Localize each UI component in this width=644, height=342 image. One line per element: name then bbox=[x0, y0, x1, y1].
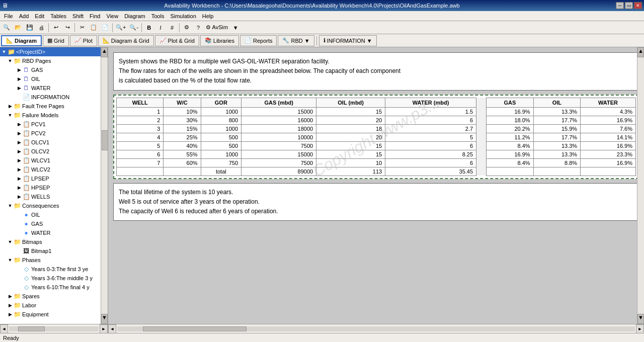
expand-equipment[interactable]: ▶ bbox=[7, 311, 13, 317]
tb-settings[interactable]: ⚙ bbox=[181, 22, 192, 33]
hscroll-right-sidebar[interactable]: ► bbox=[100, 324, 108, 333]
expand-failure[interactable]: ▼ bbox=[7, 112, 13, 118]
menu-file[interactable]: File bbox=[1, 13, 16, 20]
tb-undo[interactable]: ↩ bbox=[50, 22, 61, 33]
expand-olcv1[interactable]: ▶ bbox=[16, 139, 22, 145]
sidebar-item-project[interactable]: ▼ 📁 <ProjectID> bbox=[0, 47, 101, 56]
sidebar-scroll-up[interactable]: ▲ bbox=[101, 47, 108, 57]
hscroll-left-sidebar[interactable]: ◄ bbox=[0, 324, 8, 333]
tb-open[interactable]: 📂 bbox=[13, 22, 24, 33]
sidebar-scrollbar[interactable]: ▲ ▼ bbox=[101, 47, 108, 324]
expand-wells[interactable]: ▶ bbox=[16, 194, 22, 200]
sidebar-item-wells[interactable]: ▶ 📋 WELLS bbox=[0, 192, 101, 201]
sidebar-item-lpsep[interactable]: ▶ 📋 LPSEP bbox=[0, 174, 101, 183]
btn-libraries[interactable]: 📚 Libraries bbox=[200, 35, 239, 46]
btn-grid[interactable]: ▦ Grid bbox=[43, 35, 69, 46]
hscroll-left-content[interactable]: ◄ bbox=[108, 324, 116, 333]
expand-oil[interactable]: ▶ bbox=[16, 76, 22, 82]
tb-paste[interactable]: 📄 bbox=[100, 22, 111, 33]
menu-shift[interactable]: Shift bbox=[69, 13, 87, 20]
tb-save[interactable]: 💾 bbox=[24, 22, 35, 33]
expand-labor[interactable]: ▶ bbox=[7, 302, 13, 308]
sidebar-item-oil[interactable]: ▶ 🗒 OIL bbox=[0, 74, 101, 83]
sidebar-item-years3-6[interactable]: ◇ Years 3-6:The middle 3 y bbox=[0, 274, 101, 283]
hscroll-thumb-sidebar[interactable] bbox=[18, 326, 45, 331]
expand-water-con[interactable] bbox=[16, 230, 22, 236]
sidebar-scroll[interactable]: ▼ 📁 <ProjectID> ▼ 📁 RBD Pages ▶ 🗒 GAS ▶ … bbox=[0, 47, 108, 324]
menu-tools[interactable]: Tools bbox=[148, 13, 168, 20]
sidebar-item-olcv1[interactable]: ▶ 📋 OLCV1 bbox=[0, 138, 101, 147]
tb-copy[interactable]: 📋 bbox=[88, 22, 99, 33]
btn-information[interactable]: ℹ INFORMATION ▼ bbox=[319, 35, 377, 46]
expand-water[interactable]: ▶ bbox=[16, 85, 22, 91]
tb-cut[interactable]: ✂ bbox=[76, 22, 88, 33]
sidebar-item-oil-con[interactable]: ● OIL bbox=[0, 210, 101, 219]
sidebar-item-information[interactable]: 📄 INFORMATION bbox=[0, 93, 101, 102]
btn-reports[interactable]: 📄 Reports bbox=[240, 35, 277, 46]
expand-hpsep[interactable]: ▶ bbox=[16, 185, 22, 191]
sidebar-scroll-down[interactable]: ▼ bbox=[101, 314, 108, 324]
btn-diagram-grid[interactable]: 📐 Diagram & Grid bbox=[98, 35, 154, 46]
sidebar-item-olcv2[interactable]: ▶ 📋 OLCV2 bbox=[0, 147, 101, 156]
horizontal-scrollbar[interactable]: ◄ ► ◄ ► bbox=[0, 324, 644, 333]
sidebar-item-years6-10[interactable]: ◇ Years 6-10:The final 4 y bbox=[0, 283, 101, 292]
expand-wlcv2[interactable]: ▶ bbox=[16, 166, 22, 173]
expand-spares[interactable]: ▶ bbox=[7, 293, 13, 299]
sidebar-item-spares[interactable]: ▶ 📁 Spares bbox=[0, 292, 101, 301]
tb-zoom-in[interactable]: 🔍+ bbox=[114, 22, 127, 33]
btn-rbd[interactable]: 🔧 RBD ▼ bbox=[278, 35, 314, 46]
expand-oil-con[interactable] bbox=[16, 212, 22, 218]
expand-gas[interactable]: ▶ bbox=[16, 67, 22, 73]
expand-pcv1[interactable]: ▶ bbox=[16, 121, 22, 127]
expand-fault[interactable]: ▶ bbox=[7, 103, 13, 109]
expand-years3-6[interactable] bbox=[16, 275, 22, 281]
sidebar-item-pcv1[interactable]: ▶ 📋 PCV1 bbox=[0, 120, 101, 129]
sidebar-item-gas[interactable]: ▶ 🗒 GAS bbox=[0, 65, 101, 74]
expand-gas-con[interactable] bbox=[16, 221, 22, 227]
content-scroll-up[interactable]: ▲ bbox=[637, 47, 644, 57]
expand-lpsep[interactable]: ▶ bbox=[16, 176, 22, 182]
sidebar-item-phases[interactable]: ▼ 📁 Phases bbox=[0, 255, 101, 265]
menu-simulation[interactable]: Simulation bbox=[167, 13, 199, 20]
sidebar-item-gas-con[interactable]: ● GAS bbox=[0, 219, 101, 228]
restore-button[interactable]: ▭ bbox=[625, 2, 633, 9]
tb-help[interactable]: ? bbox=[193, 22, 204, 33]
sidebar-item-wlcv1[interactable]: ▶ 📋 WLCV1 bbox=[0, 156, 101, 165]
sidebar-item-wlcv2[interactable]: ▶ 📋 WLCV2 bbox=[0, 165, 101, 174]
sidebar-item-bitmaps[interactable]: ▼ 📁 Bitmaps bbox=[0, 237, 101, 246]
btn-diagram[interactable]: 📐 Diagram bbox=[1, 35, 42, 46]
sidebar-item-pcv2[interactable]: ▶ 📋 PCV2 bbox=[0, 129, 101, 138]
sidebar-item-rbd-pages[interactable]: ▼ 📁 RBD Pages bbox=[0, 56, 101, 65]
expand-consequences[interactable]: ▼ bbox=[7, 203, 13, 209]
expand-years6-10[interactable] bbox=[16, 284, 22, 290]
menu-add[interactable]: Add bbox=[16, 13, 32, 20]
sidebar-item-years0-3[interactable]: ◇ Years 0-3:The first 3 ye bbox=[0, 265, 101, 274]
tb-redo[interactable]: ↪ bbox=[62, 22, 73, 33]
minimize-button[interactable]: ─ bbox=[616, 2, 624, 9]
expand-info[interactable] bbox=[16, 94, 22, 100]
sidebar-scroll-thumb[interactable] bbox=[102, 130, 108, 150]
expand-wlcv1[interactable]: ▶ bbox=[16, 157, 22, 163]
tb-zoom-out[interactable]: 🔍- bbox=[128, 22, 140, 33]
expand-rbd[interactable]: ▼ bbox=[7, 58, 13, 64]
sidebar-item-consequences[interactable]: ▼ 📁 Consequences bbox=[0, 201, 101, 210]
menu-view[interactable]: View bbox=[104, 13, 122, 20]
btn-plot[interactable]: 📈 Plot bbox=[70, 35, 97, 46]
sidebar-item-water-con[interactable]: ● WATER bbox=[0, 228, 101, 237]
close-button[interactable]: ✕ bbox=[634, 2, 642, 9]
sidebar-item-hpsep[interactable]: ▶ 📋 HPSEP bbox=[0, 183, 101, 192]
hscroll-right-content[interactable]: ► bbox=[636, 324, 644, 333]
tb-bold[interactable]: B bbox=[143, 22, 154, 33]
content-scrollbar[interactable]: ▲ ▼ bbox=[637, 47, 644, 324]
menu-diagram[interactable]: Diagram bbox=[121, 13, 148, 20]
menu-find[interactable]: Find bbox=[87, 13, 103, 20]
btn-plot-grid[interactable]: 📈 Plot & Grid bbox=[155, 35, 199, 46]
content-scroll-down[interactable]: ▼ bbox=[637, 314, 644, 324]
expand-years0-3[interactable] bbox=[16, 266, 22, 272]
sidebar-item-water[interactable]: ▶ 🗒 WATER bbox=[0, 83, 101, 93]
menu-help[interactable]: Help bbox=[199, 13, 217, 20]
hscroll-thumb-content[interactable] bbox=[143, 326, 247, 331]
tb-grid[interactable]: # bbox=[167, 22, 178, 33]
expand-phases[interactable]: ▼ bbox=[7, 257, 13, 263]
tb-dropdown[interactable]: ▼ bbox=[230, 22, 241, 33]
